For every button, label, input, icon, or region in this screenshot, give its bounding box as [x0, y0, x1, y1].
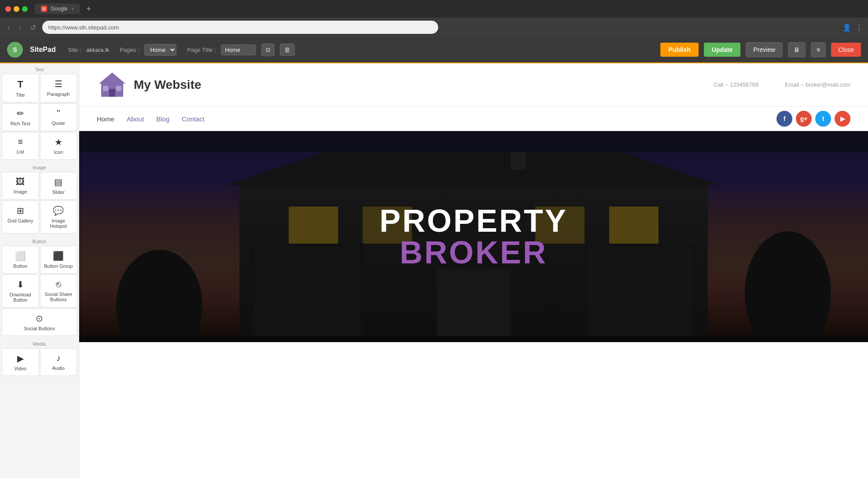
nav-item-about[interactable]: About	[127, 115, 144, 123]
browser-right-icons: 👤 ⋮	[842, 23, 863, 32]
sidebar-item-audio[interactable]: ♪ Audio	[40, 348, 77, 376]
close-traffic-light[interactable]	[5, 6, 11, 12]
sidebar-item-label: Rich Text	[11, 121, 30, 126]
browser-addressbar: ‹ › ↺ https://www.sih.sitepad.com 👤 ⋮	[0, 18, 868, 37]
grid-gallery-icon: ⊞	[17, 205, 24, 216]
canvas-area: My Website Call – 123456789 Email – brok…	[79, 63, 868, 478]
svg-rect-1	[109, 89, 115, 97]
social-buttons-icon: ⊙	[36, 313, 43, 324]
house-logo-icon	[97, 70, 128, 99]
facebook-button[interactable]: f	[776, 111, 792, 127]
sidebar-item-social-share[interactable]: ⎋ Social Share Buttons	[40, 274, 77, 307]
sidebar-item-list[interactable]: ≡ List	[2, 132, 39, 160]
browser-titlebar: G Google × +	[0, 0, 868, 18]
browser-tab[interactable]: G Google ×	[35, 4, 80, 14]
sidebar-item-label: Button	[13, 263, 27, 269]
page-title-input[interactable]	[221, 44, 256, 55]
sidebar-item-quote[interactable]: " Quote	[40, 103, 77, 131]
sidebar-item-grid-gallery[interactable]: ⊞ Grid Gallery	[2, 201, 39, 234]
sidebar-item-label: Download Button	[5, 292, 36, 303]
sidebar-item-rich-text[interactable]: ✏ Rich Text	[2, 103, 39, 131]
publish-button[interactable]: Publish	[660, 43, 699, 57]
sidebar-item-button[interactable]: ⬜ Button	[2, 246, 39, 274]
hero-section: PROPERTY BROKER	[79, 131, 868, 342]
sidebar-item-label: Social Buttons	[24, 326, 55, 331]
website-preview: My Website Call – 123456789 Email – brok…	[79, 63, 868, 478]
new-tab-button[interactable]: +	[86, 4, 91, 14]
contact-call: Call – 123456789	[714, 81, 758, 88]
close-button[interactable]: Close	[831, 43, 861, 57]
sidebar-grid-button: ⬜ Button ⬛ Button Group ⬇ Download Butto…	[0, 246, 79, 338]
tab-favicon: G	[41, 6, 47, 12]
section-label-image: Image	[0, 161, 79, 172]
rich-text-icon: ✏	[17, 108, 24, 119]
editor-header: S SitePad Site : akkara.lk Pages : Home …	[0, 37, 868, 63]
sidebar-item-label: Button Group	[44, 263, 73, 269]
section-label-text: Text	[0, 63, 79, 74]
social-share-icon: ⎋	[56, 279, 61, 289]
sidebar-item-label: Paragraph	[47, 91, 70, 97]
hero-title-line2: BROKER	[379, 237, 568, 268]
site-logo: My Website	[97, 70, 201, 99]
sidebar-item-image-hotspot[interactable]: 💬 Image Hotspot	[40, 201, 77, 234]
site-contact: Call – 123456789 Email – broker@mail.com	[714, 81, 850, 88]
sidebar-item-social-buttons[interactable]: ⊙ Social Buttons	[2, 308, 77, 336]
sidebar-item-button-group[interactable]: ⬛ Button Group	[40, 246, 77, 274]
tab-close-button[interactable]: ×	[71, 6, 74, 11]
sidebar-item-icon[interactable]: ★ Icon	[40, 132, 77, 160]
maximize-traffic-light[interactable]	[22, 6, 28, 12]
video-icon: ▶	[17, 353, 24, 364]
nav-item-home[interactable]: Home	[97, 115, 114, 123]
tab-title: Google	[51, 6, 68, 12]
youtube-button[interactable]: ▶	[835, 111, 850, 127]
sidebar-item-title[interactable]: T Title	[2, 74, 39, 102]
preview-button[interactable]: Preview	[746, 42, 783, 57]
minimize-traffic-light[interactable]	[14, 6, 19, 12]
site-name: My Website	[134, 78, 201, 92]
download-button-icon: ⬇	[17, 279, 24, 290]
menu-options-button[interactable]: ≡	[811, 42, 826, 57]
sidebar-item-paragraph[interactable]: ☰ Paragraph	[40, 74, 77, 102]
nav-item-blog[interactable]: Blog	[156, 115, 169, 123]
sidebar-item-label: Video	[14, 366, 26, 371]
menu-icon[interactable]: ⋮	[856, 23, 863, 32]
hero-text: PROPERTY BROKER	[379, 205, 568, 268]
sidebar-item-label: Slider	[52, 190, 65, 195]
sidebar-item-slider[interactable]: ▤ Slider	[40, 172, 77, 200]
pages-select[interactable]: Home	[144, 44, 176, 56]
sidebar-item-label: Grid Gallery	[7, 218, 33, 223]
svg-rect-3	[116, 86, 121, 91]
delete-page-button[interactable]: 🗑	[280, 44, 295, 56]
sitepad-logo: S	[7, 42, 23, 58]
section-label-media: Media	[0, 338, 79, 348]
sidebar-item-image[interactable]: 🖼 Image	[2, 172, 39, 200]
twitter-button[interactable]: t	[815, 111, 831, 127]
quote-icon: "	[57, 108, 60, 118]
update-button[interactable]: Update	[704, 43, 740, 57]
sidebar-item-video[interactable]: ▶ Video	[2, 348, 39, 376]
browser-chrome: G Google × + ‹ › ↺ https://www.sih.sitep…	[0, 0, 868, 37]
site-name: akkara.lk	[86, 47, 109, 53]
copy-page-button[interactable]: ⧉	[261, 44, 275, 56]
social-icons: f g+ t ▶	[776, 111, 850, 127]
svg-rect-2	[103, 86, 108, 91]
profile-icon[interactable]: 👤	[842, 23, 851, 32]
hero-title-line1: PROPERTY	[379, 205, 568, 237]
forward-button[interactable]: ›	[16, 22, 23, 32]
sidebar-item-label: List	[17, 149, 24, 154]
list-icon: ≡	[18, 137, 23, 147]
button-group-icon: ⬛	[53, 251, 64, 261]
desktop-view-button[interactable]: 🖥	[788, 42, 806, 57]
googleplus-button[interactable]: g+	[796, 111, 812, 127]
site-header: My Website Call – 123456789 Email – brok…	[79, 63, 868, 106]
button-icon: ⬜	[15, 251, 26, 261]
sidebar-item-download-button[interactable]: ⬇ Download Button	[2, 274, 39, 307]
page-title-label: Page Title :	[187, 47, 216, 53]
sidebar-grid-image: 🖼 Image ▤ Slider ⊞ Grid Gallery 💬 Image …	[0, 172, 79, 235]
sidebar-item-label: Audio	[52, 365, 65, 371]
address-bar[interactable]: https://www.sih.sitepad.com	[42, 21, 438, 34]
nav-item-contact[interactable]: Contact	[182, 115, 205, 123]
back-button[interactable]: ‹	[5, 22, 12, 32]
sidebar: Text T Title ☰ Paragraph ✏ Rich Text " Q…	[0, 63, 79, 478]
refresh-button[interactable]: ↺	[28, 22, 38, 33]
